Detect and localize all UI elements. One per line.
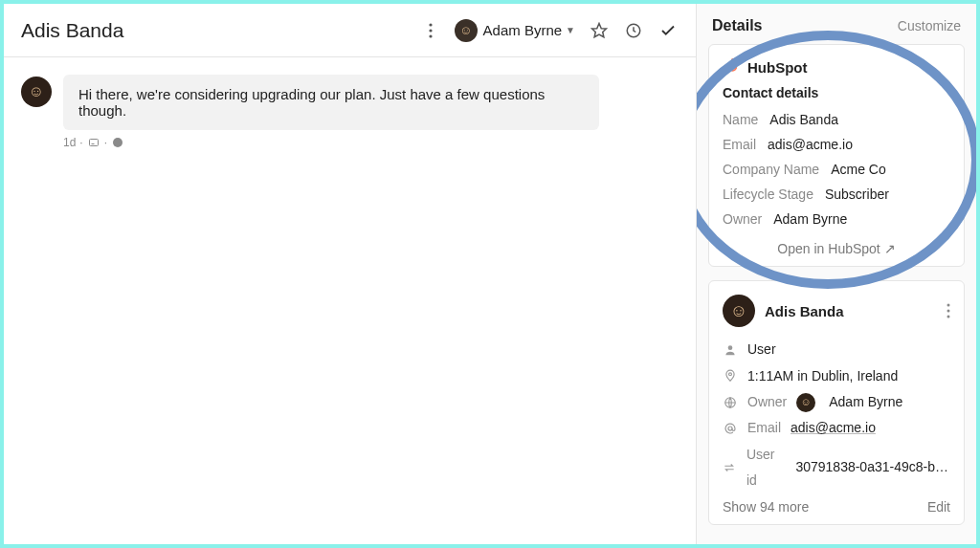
profile-card-header: ☺ Adis Banda	[723, 295, 950, 327]
edit-link[interactable]: Edit	[927, 499, 950, 515]
message-bubble: Hi there, we're considering upgrading ou…	[63, 75, 599, 130]
seen-icon	[87, 136, 100, 149]
assignee-name: Adam Byrne	[483, 22, 563, 38]
conversation-header: Adis Banda ☺ Adam Byrne ▼	[4, 4, 696, 57]
snooze-button[interactable]	[623, 20, 644, 41]
hubspot-card: HubSpot Contact details Name Adis Banda …	[708, 44, 965, 267]
profile-card-more-button[interactable]	[947, 303, 950, 318]
svg-point-8	[729, 63, 737, 71]
profile-localtime-row: 1:11AM in Dublin, Ireland	[723, 363, 950, 389]
profile-name: Adis Banda	[765, 303, 844, 319]
hubspot-field-lifecycle: Lifecycle Stage Subscriber	[723, 183, 950, 208]
profile-card-footer: Show 94 more Edit	[723, 499, 950, 515]
svg-point-6	[113, 138, 122, 147]
message-row: ☺ Hi there, we're considering upgrading …	[21, 75, 679, 149]
svg-point-1	[429, 29, 432, 32]
header-actions: ☺ Adam Byrne ▼	[420, 19, 679, 42]
message-content: Hi there, we're considering upgrading ou…	[63, 75, 599, 149]
hubspot-brand: HubSpot	[747, 59, 807, 76]
hubspot-field-name: Name Adis Banda	[723, 108, 950, 133]
customize-button[interactable]: Customize	[898, 18, 961, 33]
profile-role-row: User	[723, 337, 950, 362]
hubspot-field-owner: Owner Adam Byrne	[723, 208, 950, 232]
svg-point-16	[728, 345, 733, 350]
message-age: 1d	[63, 136, 76, 149]
profile-owner-row: Owner ☺ Adam Byrne	[723, 389, 950, 415]
more-options-button[interactable]	[420, 20, 441, 41]
svg-point-2	[429, 34, 432, 37]
at-icon	[723, 422, 738, 435]
meta-dot-2: ·	[104, 136, 107, 149]
thread: ☺ Hi there, we're considering upgrading …	[4, 57, 696, 166]
hubspot-card-header: HubSpot	[723, 58, 950, 76]
profile-email-row: Email adis@acme.io	[723, 415, 950, 441]
caret-down-icon: ▼	[566, 25, 575, 35]
hubspot-field-email: Email adis@acme.io	[723, 133, 950, 158]
open-in-hubspot-link[interactable]: Open in HubSpot ↗	[723, 231, 950, 256]
hubspot-icon	[723, 58, 740, 76]
owner-avatar: ☺	[796, 393, 815, 412]
user-icon	[723, 343, 738, 357]
profile-email-link[interactable]: adis@acme.io	[791, 415, 876, 441]
assignee-avatar: ☺	[455, 19, 478, 42]
svg-point-15	[947, 316, 950, 318]
svg-point-13	[947, 304, 950, 307]
details-title: Details	[712, 17, 762, 34]
assignee-picker[interactable]: ☺ Adam Byrne ▼	[455, 19, 575, 42]
profile-userid-row: User id 30791838-0a31-49c8-b58...	[723, 442, 950, 494]
svg-point-19	[728, 427, 732, 430]
details-header: Details Customize	[708, 13, 965, 44]
show-more-link[interactable]: Show 94 more	[723, 499, 809, 515]
close-button[interactable]	[657, 20, 679, 41]
swap-icon	[723, 461, 737, 474]
svg-point-11	[731, 58, 734, 61]
profile-card: ☺ Adis Banda User 1:11AM in Dubl	[708, 280, 965, 525]
pin-icon	[723, 369, 738, 383]
message-author-avatar: ☺	[21, 77, 52, 107]
svg-point-14	[947, 310, 950, 313]
globe-icon	[723, 396, 738, 409]
details-sidebar: Details Customize HubSpot Contact detail…	[697, 4, 976, 544]
svg-point-0	[429, 23, 432, 26]
meta-dot: ·	[79, 136, 82, 149]
main-pane: Adis Banda ☺ Adam Byrne ▼	[4, 4, 697, 544]
profile-rows: User 1:11AM in Dublin, Ireland Owner ☺ A…	[723, 337, 950, 493]
hubspot-field-company: Company Name Acme Co	[723, 158, 950, 183]
svg-marker-3	[592, 23, 607, 36]
message-meta: 1d · ·	[63, 136, 599, 149]
svg-point-12	[724, 72, 726, 75]
star-button[interactable]	[589, 20, 610, 41]
profile-avatar: ☺	[723, 295, 755, 327]
hubspot-section-title: Contact details	[723, 85, 950, 100]
info-icon	[111, 136, 124, 149]
svg-point-17	[729, 373, 732, 376]
conversation-title: Adis Banda	[21, 19, 420, 42]
svg-rect-5	[89, 140, 98, 146]
